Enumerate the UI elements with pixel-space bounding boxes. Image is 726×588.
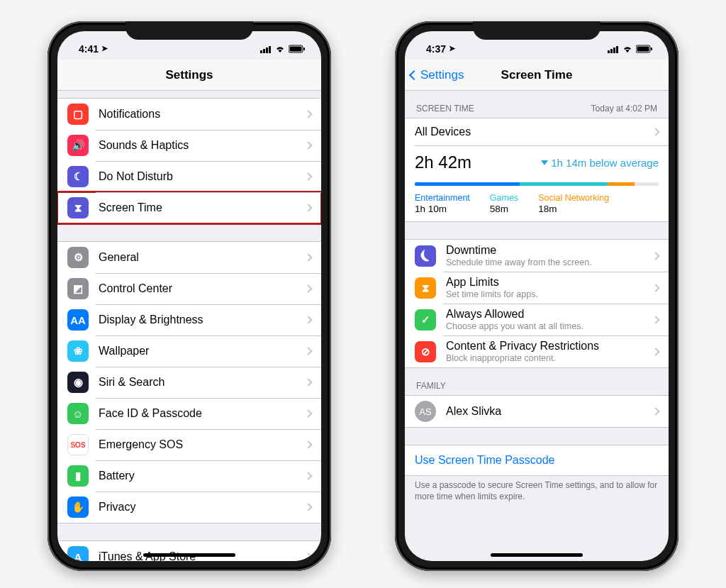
phone-right: 4:37 ➤ Settings Screen Time SCREEN TIME … xyxy=(395,21,678,571)
bar-segment xyxy=(520,182,608,186)
avatar: AS xyxy=(415,401,436,422)
category-value: 18m xyxy=(538,204,609,214)
home-indicator[interactable] xyxy=(143,553,235,557)
battery-icon: ▮ xyxy=(67,465,89,487)
settings-row-sounds-haptics[interactable]: 🔊Sounds & Haptics xyxy=(57,130,321,161)
row-label: Content & Privacy Restrictions xyxy=(446,340,653,353)
category-name: Entertainment xyxy=(415,193,470,203)
category: Games58m xyxy=(490,193,518,214)
screen-right: 4:37 ➤ Settings Screen Time SCREEN TIME … xyxy=(405,31,669,561)
all-devices-label: All Devices xyxy=(415,126,471,138)
settings-row-general[interactable]: ⚙General xyxy=(57,242,321,273)
sos-icon: SOS xyxy=(67,434,89,455)
settings-row-display-brightness[interactable]: AADisplay & Brightness xyxy=(57,304,321,335)
always-allowed-icon: ✓ xyxy=(415,309,436,331)
svg-rect-3 xyxy=(269,46,271,53)
row-label: Downtime xyxy=(446,244,653,257)
nav-bar: Settings Screen Time xyxy=(405,60,669,91)
settings-row-emergency-sos[interactable]: SOSEmergency SOS xyxy=(57,429,321,460)
nav-bar: Settings xyxy=(57,60,321,91)
settings-row-face-id-passcode[interactable]: ☺Face ID & Passcode xyxy=(57,398,321,429)
dnd-icon: ☾ xyxy=(67,166,89,187)
settings-row-screen-time[interactable]: ⧗Screen Time xyxy=(57,192,321,223)
delta-indicator: 1h 14m below average xyxy=(541,157,659,169)
chevron-left-icon xyxy=(409,70,419,79)
family-member-row[interactable]: AS Alex Slivka xyxy=(405,396,669,427)
appstore-icon: A xyxy=(67,546,89,561)
settings-row-battery[interactable]: ▮Battery xyxy=(57,460,321,492)
category-name: Games xyxy=(490,193,518,203)
settings-row-notifications[interactable]: ▢Notifications xyxy=(57,99,321,130)
svg-rect-7 xyxy=(608,50,610,53)
row-label: Siri & Search xyxy=(99,376,306,389)
use-passcode-link[interactable]: Use Screen Time Passcode xyxy=(405,445,669,476)
wallpaper-icon: ❀ xyxy=(67,340,89,362)
chevron-right-icon xyxy=(304,204,312,211)
notch xyxy=(125,21,253,40)
link-label: Use Screen Time Passcode xyxy=(415,454,554,466)
settings-row-downtime[interactable]: ⏾DowntimeSchedule time away from the scr… xyxy=(405,240,669,272)
back-label: Settings xyxy=(420,68,464,82)
chevron-right-icon xyxy=(304,110,312,118)
chevron-right-icon xyxy=(304,316,312,323)
row-label: Notifications xyxy=(99,108,306,121)
row-subtitle: Choose apps you want at all times. xyxy=(446,321,653,331)
svg-rect-6 xyxy=(303,48,305,50)
chevron-right-icon xyxy=(652,407,659,415)
row-subtitle: Set time limits for apps. xyxy=(446,289,653,299)
notification-icon: ▢ xyxy=(67,104,89,125)
chevron-right-icon xyxy=(652,348,659,355)
screen-time-content[interactable]: SCREEN TIME Today at 4:02 PM All Devices… xyxy=(405,91,669,561)
back-button[interactable]: Settings xyxy=(411,60,464,90)
settings-row-always-allowed[interactable]: ✓Always AllowedChoose apps you want at a… xyxy=(405,304,669,335)
settings-list[interactable]: ▢Notifications🔊Sounds & Haptics☾Do Not D… xyxy=(57,91,321,561)
svg-rect-9 xyxy=(613,48,615,53)
svg-rect-1 xyxy=(263,49,265,53)
category: Social Networking18m xyxy=(538,193,609,214)
settings-row-content-privacy-restrictions[interactable]: ⊘Content & Privacy RestrictionsBlock ina… xyxy=(405,335,669,367)
row-label: Display & Brightness xyxy=(99,314,306,326)
chevron-right-icon xyxy=(652,128,659,135)
category-value: 1h 10m xyxy=(415,204,470,214)
location-icon: ➤ xyxy=(449,44,455,53)
settings-row-control-center[interactable]: ◩Control Center xyxy=(57,273,321,304)
settings-row-do-not-disturb[interactable]: ☾Do Not Disturb xyxy=(57,161,321,192)
chevron-right-icon xyxy=(304,440,312,448)
settings-row-itunes-app-store[interactable]: AiTunes & App Store xyxy=(57,541,321,561)
page-title: Screen Time xyxy=(501,68,573,82)
row-label: Sounds & Haptics xyxy=(99,139,306,152)
home-indicator[interactable] xyxy=(491,553,583,557)
row-label: Wallpaper xyxy=(99,345,306,357)
wifi-icon xyxy=(622,45,633,53)
siri-icon: ◉ xyxy=(67,372,89,393)
usage-block: All Devices 2h 42m 1h 14m below average … xyxy=(405,118,669,222)
category-row: Entertainment1h 10mGames58mSocial Networ… xyxy=(405,190,669,221)
row-label: Screen Time xyxy=(99,201,306,214)
svg-rect-10 xyxy=(616,46,618,53)
family-name: Alex Slivka xyxy=(446,405,653,418)
battery-icon xyxy=(289,45,306,53)
section-header: SCREEN TIME Today at 4:02 PM xyxy=(405,91,669,118)
page-title: Settings xyxy=(165,68,213,82)
sound-icon: 🔊 xyxy=(67,135,89,156)
faceid-icon: ☺ xyxy=(67,403,89,424)
notch xyxy=(473,21,601,40)
chevron-right-icon xyxy=(304,172,312,180)
row-label: Control Center xyxy=(99,282,306,295)
settings-row-wallpaper[interactable]: ❀Wallpaper xyxy=(57,335,321,367)
all-devices-row[interactable]: All Devices xyxy=(405,118,669,145)
settings-row-privacy[interactable]: ✋Privacy xyxy=(57,492,321,523)
chevron-right-icon xyxy=(652,252,659,260)
settings-row-siri-search[interactable]: ◉Siri & Search xyxy=(57,367,321,398)
bar-segment xyxy=(415,182,520,186)
chevron-right-icon xyxy=(304,284,312,292)
battery-icon xyxy=(636,45,653,53)
signal-icon xyxy=(608,45,619,53)
privacy-icon: ✋ xyxy=(67,497,89,518)
chevron-right-icon xyxy=(304,409,312,417)
down-arrow-icon xyxy=(541,160,548,165)
chevron-right-icon xyxy=(304,378,312,386)
category: Entertainment1h 10m xyxy=(415,193,470,214)
row-label: Battery xyxy=(99,470,306,482)
settings-row-app-limits[interactable]: ⧗App LimitsSet time limits for apps. xyxy=(405,272,669,304)
